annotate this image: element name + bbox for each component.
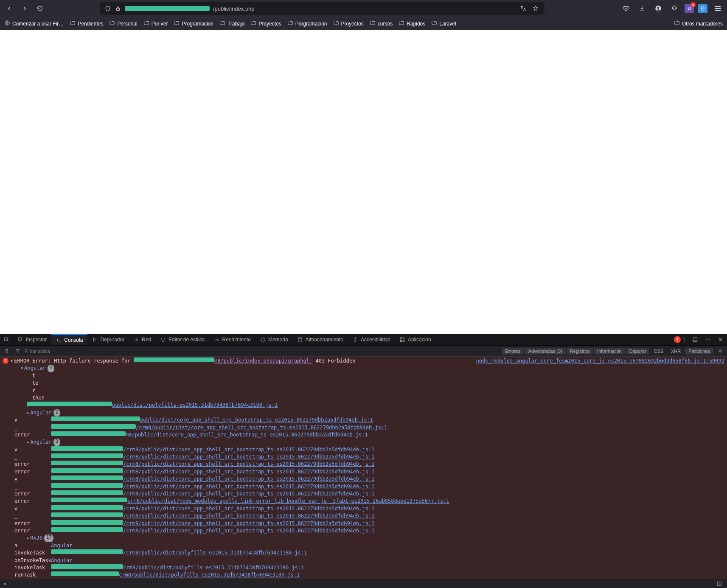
other-bookmarks[interactable]: Otros marcadores <box>674 20 723 27</box>
source-link[interactable]: /crm8/public/dist/core_app_shell_src_boo… <box>136 424 387 431</box>
bookmark-item[interactable]: Laravel <box>431 20 456 27</box>
folder-icon <box>674 20 680 27</box>
bookmark-label: Por ver <box>152 21 168 27</box>
filter-pill-errores[interactable]: Errores <box>502 348 524 354</box>
app-menu-button[interactable] <box>712 3 724 14</box>
filter-pill-advertencias[interactable]: Advertencias (3) <box>525 348 566 354</box>
filter-pill-información[interactable]: Información <box>594 348 625 354</box>
error-url-path[interactable]: m8/public/index.php/api/graphql: <box>214 357 312 365</box>
source-link[interactable]: /crm8/public/dist/core_app_shell_src_boo… <box>123 505 374 512</box>
source-link[interactable]: /crm8/public/dist/core_app_shell_src_boo… <box>123 468 374 475</box>
bookmark-item[interactable]: Personal <box>109 20 137 27</box>
shield-icon <box>104 5 111 12</box>
bookmark-item[interactable]: Proyectos <box>250 20 281 27</box>
filter-pill-depurar[interactable]: Depurar <box>626 348 650 354</box>
devtools-tab-rendimiento[interactable]: Rendimiento <box>210 334 255 345</box>
other-bookmarks-label: Otros marcadores <box>682 21 723 27</box>
console-filter-input[interactable] <box>25 349 101 354</box>
source-link[interactable]: /crm8/public/dist/core_app_shell_src_boo… <box>123 446 374 453</box>
reload-button[interactable] <box>34 3 46 14</box>
framework-label: Angular <box>30 439 52 446</box>
bookmark-item[interactable]: cursos <box>370 20 393 27</box>
forward-button[interactable] <box>19 3 31 14</box>
devtools-tab-memoria[interactable]: Memoria <box>255 334 293 345</box>
devtools-dock-button[interactable] <box>689 334 702 345</box>
source-link[interactable]: /crm8/public/dist/core_app_shell_src_boo… <box>123 527 374 535</box>
console-error-row: ! ▾ ERROR Error: Http failure response f… <box>3 357 724 365</box>
tab-label: Rendimiento <box>222 337 251 343</box>
devtools-tab-depurador[interactable]: Depurador <box>87 334 129 345</box>
source-link[interactable]: /crm8/public/dist/core_app_shell_src_boo… <box>123 453 374 461</box>
url-redacted <box>51 453 123 458</box>
twisty-icon[interactable]: ▸ <box>26 439 29 446</box>
extensions-icon[interactable] <box>668 3 680 14</box>
devtools-close-button[interactable] <box>714 334 727 345</box>
devtools-tab-aplicación[interactable]: Aplicación <box>395 334 436 345</box>
bookmark-star-icon[interactable] <box>531 4 540 13</box>
bookmark-item[interactable]: Pendientes <box>70 20 103 27</box>
devtools-tab-editor-de-estilos[interactable]: Editor de estilos <box>156 334 209 345</box>
twisty-icon[interactable]: ▾ <box>20 365 23 372</box>
console-settings-button[interactable] <box>716 347 724 355</box>
bookmark-item[interactable]: Programacion <box>287 20 327 27</box>
clear-console-button[interactable] <box>3 347 11 355</box>
filter-pill-peticiones[interactable]: Peticiones <box>685 348 713 354</box>
pocket-icon[interactable] <box>620 3 632 14</box>
devtools-tabs: InspectorConsolaDepuradorRedEditor de es… <box>0 334 727 346</box>
back-button[interactable] <box>3 3 15 14</box>
filter-pill-css[interactable]: CSS <box>650 348 667 354</box>
devtools-error-indicator[interactable]: ! 1 <box>671 334 689 345</box>
bookmark-item[interactable]: Proyectos <box>333 20 364 27</box>
devtools-more-button[interactable] <box>702 334 714 345</box>
filter-pill-registros[interactable]: Registros <box>567 348 593 354</box>
url-redacted <box>51 446 123 451</box>
source-link[interactable]: crm8/public/dist/polyfills-es2015.31db73… <box>119 571 300 579</box>
source-link[interactable]: /crm8/public/dist/core_app_shell_src_boo… <box>123 483 374 490</box>
folder-icon <box>287 20 293 27</box>
source-link[interactable]: /crm8/public/dist/core_app_shell_src_boo… <box>123 461 374 468</box>
twisty-icon[interactable]: ▸ <box>26 409 29 416</box>
stack-frame: error m8/public/dist/core_app_shell_src_… <box>3 431 724 439</box>
source-link[interactable]: /crm8/public/dist/polyfills-es2015.31db7… <box>123 549 307 557</box>
devtools-tab-consola[interactable]: Consola <box>51 334 87 345</box>
source-link[interactable]: /crm8/public/dist/core_app_shell_src_boo… <box>123 512 374 520</box>
source-link[interactable]: /crm8/public/dist/core_app_shell_src_boo… <box>123 490 374 498</box>
source-link[interactable]: crm8/public/dist/polyfills-es2015.31db73… <box>123 564 304 571</box>
console-output[interactable]: ! ▾ ERROR Error: Http failure response f… <box>0 357 727 579</box>
devtools-toggle-picker[interactable] <box>0 334 13 345</box>
source-link[interactable]: m8/public/dist/core_app_shell_src_bootst… <box>126 431 368 439</box>
twisty-icon[interactable]: ▾ <box>10 357 13 365</box>
account-icon[interactable] <box>652 3 664 14</box>
url-redacted <box>51 416 140 421</box>
bookmark-item[interactable]: Trabajo <box>219 20 244 27</box>
source-link[interactable]: public/dist/polyfills-es2015.31db73438fb… <box>112 402 278 409</box>
translate-icon[interactable] <box>518 4 528 13</box>
stack-frame: v/crm8/public/dist/core_app_shell_src_bo… <box>3 446 724 453</box>
devtools-tab-red[interactable]: Red <box>129 334 156 345</box>
bookmark-label: Programacion <box>182 21 213 27</box>
framework-label: RxJS <box>30 535 42 542</box>
devtools-tab-almacenamiento[interactable]: Almacenamiento <box>293 334 348 345</box>
filter-pill-xhr[interactable]: XHR <box>668 348 684 354</box>
error-source-link[interactable]: node_modules_angular_core_fesm2015_core_… <box>476 357 724 365</box>
extension-ublock[interactable]: U 1 <box>685 4 694 13</box>
bookmark-item[interactable]: Rapidos <box>399 20 425 27</box>
source-link[interactable]: crm8/public/dist/node_modules_apollo_lin… <box>127 498 449 505</box>
twisty-icon[interactable]: ▸ <box>26 535 29 542</box>
bookmark-item[interactable]: Por ver <box>143 20 168 27</box>
url-bar[interactable]: /public/index.php <box>100 2 545 15</box>
extension-doc[interactable] <box>698 4 707 13</box>
console-split-button[interactable] <box>715 580 724 587</box>
source-link[interactable]: public/dist/core_app_shell_src_bootstrap… <box>140 416 373 424</box>
devtools-tab-inspector[interactable]: Inspector <box>13 334 51 345</box>
stack-frame: error/crm8/public/dist/core_app_shell_sr… <box>3 520 724 527</box>
folder-icon <box>174 20 180 27</box>
bookmark-item[interactable]: Comenzar a usar Fir… <box>4 20 64 27</box>
bookmark-item[interactable]: Programacion <box>174 20 213 27</box>
devtools-tab-accesibilidad[interactable]: Accesibilidad <box>348 334 395 345</box>
source-link[interactable]: /crm8/public/dist/core_app_shell_src_boo… <box>123 520 374 527</box>
downloads-icon[interactable] <box>636 3 648 14</box>
stack-frame: errorcrm8/public/dist/node_modules_apoll… <box>3 498 724 505</box>
console-prompt[interactable]: » <box>0 579 727 588</box>
source-link[interactable]: /crm8/public/dist/core_app_shell_src_boo… <box>123 475 374 483</box>
